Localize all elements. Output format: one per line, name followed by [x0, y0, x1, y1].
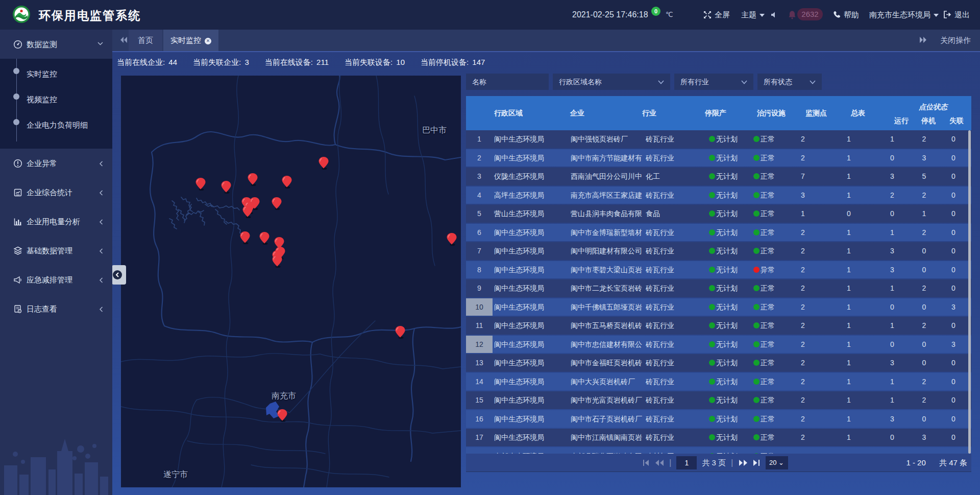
map-pin[interactable]	[319, 157, 329, 170]
range-label: 1 - 20	[906, 458, 925, 467]
page-number-input[interactable]: 1	[676, 456, 697, 469]
chevron-down-icon	[810, 80, 816, 84]
table-row[interactable]: 8阆中生态环境局阆中市枣碧大梁山页岩砖瓦行业无计划异常21300	[466, 261, 971, 279]
logout-button[interactable]: 退出	[943, 0, 970, 30]
fullscreen-button[interactable]: 全屏	[703, 0, 730, 30]
status-dot	[709, 360, 715, 366]
map-panel[interactable]: 巴中市南充市遂宁市	[121, 76, 461, 487]
map-pin[interactable]	[240, 231, 250, 244]
tabs-scroll-left-icon[interactable]	[119, 35, 128, 45]
status-dot	[753, 136, 760, 142]
status-filter-select[interactable]: 所有状态	[757, 74, 822, 90]
temperature-unit: ℃	[666, 0, 673, 30]
map-pin[interactable]	[260, 232, 270, 245]
theme-button[interactable]: 主题	[741, 0, 765, 30]
map-pin[interactable]	[222, 181, 231, 194]
chevron-icon	[100, 219, 103, 225]
col-stop: 停限产	[705, 96, 726, 130]
sidebar-subitem-1[interactable]: 视频监控	[0, 88, 112, 114]
region-filter-select[interactable]: 行政区域名称	[553, 74, 670, 90]
industry-filter-select[interactable]: 所有行业	[674, 74, 753, 90]
map-pin[interactable]	[243, 205, 253, 218]
table-row[interactable]: 16阆中生态环境局阆中市石子页岩机砖厂砖瓦行业无计划正常21300	[466, 410, 971, 428]
table-row[interactable]: 5营山生态环境局营山县润丰肉食品有限食品无计划正常10010	[466, 205, 971, 223]
table-row[interactable]: 7阆中生态环境局阆中明阳建材有限公司砖瓦行业无计划正常21300	[466, 242, 971, 260]
map-pin[interactable]	[447, 233, 457, 246]
table-scrollbar[interactable]	[968, 130, 971, 454]
last-page-icon[interactable]	[753, 459, 761, 466]
col-total: 总表	[851, 96, 865, 130]
col-facility: 治污设施	[757, 96, 786, 130]
table-row[interactable]: 14阆中生态环境局阆中大兴页岩机砖厂砖瓦行业无计划正常21120	[466, 373, 971, 391]
bell-icon[interactable]	[788, 10, 796, 19]
status-dot	[709, 267, 715, 273]
logout-icon	[943, 11, 951, 18]
close-operations-button[interactable]: 关闭操作	[940, 30, 971, 51]
col-lost: 失联	[941, 114, 972, 127]
table-row[interactable]: 2阆中生态环境局阆中市南方节能建材有砖瓦行业无计划正常21030	[466, 149, 971, 167]
speaker-icon[interactable]	[771, 11, 778, 18]
status-dot	[753, 397, 760, 403]
map-pin[interactable]	[278, 409, 287, 422]
sidebar-item-5[interactable]: 应急减排管理	[0, 265, 112, 294]
tab-bar: 首页 实时监控✕ 关闭操作	[112, 30, 980, 51]
map-pin[interactable]	[396, 326, 405, 339]
table-row[interactable]: 10阆中生态环境局阆中千佛镇五郎垭页岩砖瓦行业无计划正常21003	[466, 298, 971, 316]
table-row[interactable]: 17阆中生态环境局阆中市江南镇阆南页岩砖瓦行业无计划正常21030	[466, 429, 971, 446]
table-row[interactable]: 13阆中生态环境局阆中市金福旺页岩机砖砖瓦行业无计划正常21300	[466, 354, 971, 372]
sidebar-item-6[interactable]: 日志查看	[0, 294, 112, 323]
prev-page-icon[interactable]	[655, 459, 664, 466]
table-header: 行政区域 企业 行业 停限产 治污设施 监测点 总表 点位状态 运行 停机 失联	[466, 96, 971, 130]
tab-home[interactable]: 首页	[129, 30, 162, 51]
app-title: 环保用电监管系统	[39, 8, 141, 23]
sidebar: 数据监测实时监控视频监控企业电力负荷明细企业异常企业综合统计企业用电量分析基础数…	[0, 30, 112, 495]
sidebar-item-2[interactable]: 企业综合统计	[0, 178, 112, 207]
notification-count-badge[interactable]: 2632	[797, 8, 823, 20]
skyline-watermark	[0, 434, 112, 495]
tab-realtime-monitor[interactable]: 实时监控✕	[163, 30, 218, 51]
tabs-scroll-right-icon[interactable]	[919, 35, 928, 45]
chevron-icon	[100, 161, 103, 167]
col-monitor: 监测点	[805, 96, 827, 130]
megaphone-icon	[13, 275, 22, 285]
sidebar-collapse-button[interactable]	[112, 265, 126, 285]
page-size-select[interactable]: 20 ⌄	[766, 456, 788, 469]
help-button[interactable]: 帮助	[833, 0, 859, 30]
sidebar-item-1[interactable]: 企业异常	[0, 149, 112, 178]
sidebar-subitem-0[interactable]: 实时监控	[0, 63, 112, 88]
sidebar-subitem-2[interactable]: 企业电力负荷明细	[0, 114, 112, 139]
name-search-input[interactable]: 名称	[466, 74, 549, 90]
map-pin[interactable]	[272, 197, 282, 210]
table-row[interactable]: 12阆中生态环境局阆中市忠信建材有限公砖瓦行业无计划正常21003	[466, 336, 971, 353]
layers-icon	[13, 246, 22, 255]
status-dot	[753, 192, 760, 198]
table-row[interactable]: 9阆中生态环境局阆中市二龙长宝页岩砖砖瓦行业无计划正常21120	[466, 279, 971, 297]
chevron-down-icon	[658, 80, 664, 84]
stat-item-4: 当前停机设备: 147	[421, 58, 485, 67]
sidebar-item-0[interactable]: 数据监测	[0, 30, 112, 59]
table-row[interactable]: 6阆中生态环境局阆中市金博瑞新型墙材砖瓦行业无计划正常21120	[466, 224, 971, 242]
map-lake-texture	[169, 197, 242, 235]
org-dropdown[interactable]: 南充市生态环境局	[869, 0, 939, 30]
total-pages-label: 共 3 页	[702, 458, 726, 468]
table-row[interactable]: 4高坪生态环境局南充市高坪区王家店建砖瓦行业无计划正常31220	[466, 186, 971, 204]
tab-close-icon[interactable]: ✕	[205, 38, 211, 44]
sidebar-item-3[interactable]: 企业用电量分析	[0, 207, 112, 236]
map-pin[interactable]	[282, 176, 292, 188]
next-page-icon[interactable]	[739, 459, 748, 466]
sidebar-item-4[interactable]: 基础数据管理	[0, 236, 112, 265]
status-dot	[753, 248, 760, 254]
status-dot	[709, 285, 715, 291]
stat-item-1: 当前失联企业: 3	[193, 58, 249, 67]
table-row[interactable]: 3仪陇生态环境局西南油气田分公司川中化工无计划正常71350	[466, 168, 971, 185]
table-row[interactable]: 11阆中生态环境局阆中市五马桥页岩机砖砖瓦行业无计划正常21120	[466, 317, 971, 335]
col-region: 行政区域	[494, 96, 523, 130]
table-row[interactable]: 18南部生态环境局南部县瑞华页岩砖有限建材加工无计划正常60050	[466, 447, 971, 454]
table-row[interactable]: 15阆中生态环境局阆中市光富页岩机砖厂砖瓦行业无计划正常21120	[466, 391, 971, 409]
table-row[interactable]: 1阆中生态环境局阆中强锐页岩砖厂砖瓦行业无计划正常21120	[466, 130, 971, 148]
map-pin[interactable]	[196, 178, 206, 191]
map-pin[interactable]	[248, 173, 258, 186]
app-logo	[12, 5, 31, 23]
first-page-icon[interactable]	[642, 459, 650, 466]
map-pin[interactable]	[273, 255, 282, 268]
